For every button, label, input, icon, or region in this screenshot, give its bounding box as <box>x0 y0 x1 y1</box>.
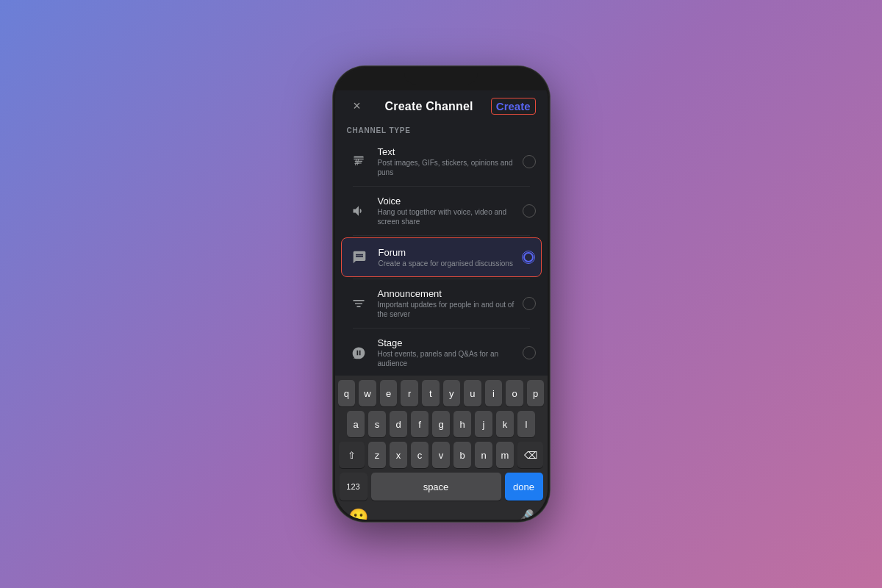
key-done[interactable]: done <box>505 473 543 501</box>
notch <box>404 68 478 85</box>
voice-channel-desc: Hang out together with voice, video and … <box>378 207 523 226</box>
key-y[interactable]: y <box>443 380 461 406</box>
forum-channel-desc: Create a space for organised discussions <box>379 259 522 268</box>
close-button[interactable]: × <box>347 98 368 114</box>
key-space[interactable]: space <box>371 473 501 501</box>
key-shift[interactable]: ⇧ <box>339 442 365 468</box>
text-channel-radio[interactable] <box>523 155 536 168</box>
divider-1 <box>353 186 530 187</box>
announcement-channel-desc: Important updates for people in and out … <box>378 300 523 319</box>
key-backspace[interactable]: ⌫ <box>517 442 543 468</box>
key-n[interactable]: n <box>475 442 492 468</box>
key-k[interactable]: k <box>496 411 514 437</box>
stage-channel-icon <box>347 341 370 365</box>
channel-list: # Text Post images, GIFs, stickers, opin… <box>335 139 548 376</box>
app-content: × Create Channel Create CHANNEL TYPE # <box>335 90 548 520</box>
channel-item-text[interactable]: # Text Post images, GIFs, stickers, opin… <box>341 139 542 184</box>
key-p[interactable]: p <box>527 380 545 406</box>
channel-item-stage[interactable]: Stage Host events, panels and Q&As for a… <box>341 330 542 376</box>
key-s[interactable]: s <box>368 411 386 437</box>
key-v[interactable]: v <box>432 442 450 468</box>
stage-channel-desc: Host events, panels and Q&As for an audi… <box>378 349 523 368</box>
voice-channel-name: Voice <box>378 196 523 207</box>
key-d[interactable]: d <box>390 411 407 437</box>
channel-type-label: CHANNEL TYPE <box>335 121 548 139</box>
keyboard-row-1: q w e r t y u i o p <box>338 380 545 406</box>
channel-item-announcement[interactable]: Announcement Important updates for peopl… <box>341 281 542 326</box>
announcement-channel-icon <box>347 292 370 315</box>
divider-2 <box>353 235 530 236</box>
divider-3 <box>353 279 530 279</box>
mic-icon[interactable]: 🎤 <box>516 509 534 520</box>
key-b[interactable]: b <box>453 442 471 468</box>
forum-channel-info: Forum Create a space for organised discu… <box>379 247 522 268</box>
key-a[interactable]: a <box>347 411 365 437</box>
key-i[interactable]: i <box>485 380 503 406</box>
keyboard: q w e r t y u i o p a s d f g <box>335 376 548 520</box>
key-t[interactable]: t <box>422 380 440 406</box>
svg-text:#: # <box>354 157 359 167</box>
emoji-icon[interactable]: 🙂 <box>348 508 368 520</box>
channel-item-forum[interactable]: Forum Create a space for organised discu… <box>341 237 542 277</box>
voice-channel-radio[interactable] <box>523 204 536 218</box>
key-j[interactable]: j <box>475 411 492 437</box>
key-g[interactable]: g <box>432 411 450 437</box>
forum-channel-radio[interactable] <box>522 251 535 264</box>
stage-channel-name: Stage <box>378 337 523 348</box>
key-q[interactable]: q <box>338 380 356 406</box>
key-z[interactable]: z <box>368 442 386 468</box>
announcement-channel-info: Announcement Important updates for peopl… <box>378 288 523 319</box>
divider-4 <box>353 328 530 329</box>
key-x[interactable]: x <box>390 442 407 468</box>
header: × Create Channel Create <box>335 90 548 121</box>
phone-frame: × Create Channel Create CHANNEL TYPE # <box>333 66 550 522</box>
text-channel-desc: Post images, GIFs, stickers, opinions an… <box>378 158 523 177</box>
key-o[interactable]: o <box>506 380 523 406</box>
voice-channel-icon <box>347 199 370 223</box>
key-e[interactable]: e <box>380 380 398 406</box>
forum-channel-icon <box>348 245 371 269</box>
forum-channel-name: Forum <box>379 247 522 258</box>
keyboard-row-2: a s d f g h j k l <box>338 411 545 437</box>
key-h[interactable]: h <box>453 411 471 437</box>
key-l[interactable]: l <box>517 411 535 437</box>
create-button[interactable]: Create <box>491 98 536 115</box>
channel-item-voice[interactable]: Voice Hang out together with voice, vide… <box>341 188 542 234</box>
text-channel-name: Text <box>378 146 523 157</box>
key-w[interactable]: w <box>359 380 376 406</box>
page-title: Create Channel <box>385 100 473 113</box>
phone-screen: × Create Channel Create CHANNEL TYPE # <box>335 68 548 520</box>
notch-bar <box>335 68 548 90</box>
announcement-channel-radio[interactable] <box>523 297 536 310</box>
key-c[interactable]: c <box>411 442 429 468</box>
text-channel-info: Text Post images, GIFs, stickers, opinio… <box>378 146 523 177</box>
key-r[interactable]: r <box>401 380 418 406</box>
key-m[interactable]: m <box>496 442 514 468</box>
keyboard-row-4: 123 space done <box>338 473 545 501</box>
announcement-channel-name: Announcement <box>378 288 523 299</box>
stage-channel-info: Stage Host events, panels and Q&As for a… <box>378 337 523 368</box>
stage-channel-radio[interactable] <box>523 346 536 359</box>
voice-channel-info: Voice Hang out together with voice, vide… <box>378 196 523 226</box>
keyboard-bottom-bar: 🙂 🎤 <box>338 505 545 520</box>
key-123[interactable]: 123 <box>340 473 368 501</box>
key-u[interactable]: u <box>464 380 481 406</box>
key-f[interactable]: f <box>411 411 429 437</box>
keyboard-row-3: ⇧ z x c v b n m ⌫ <box>338 442 545 468</box>
text-channel-icon: # <box>347 150 370 173</box>
